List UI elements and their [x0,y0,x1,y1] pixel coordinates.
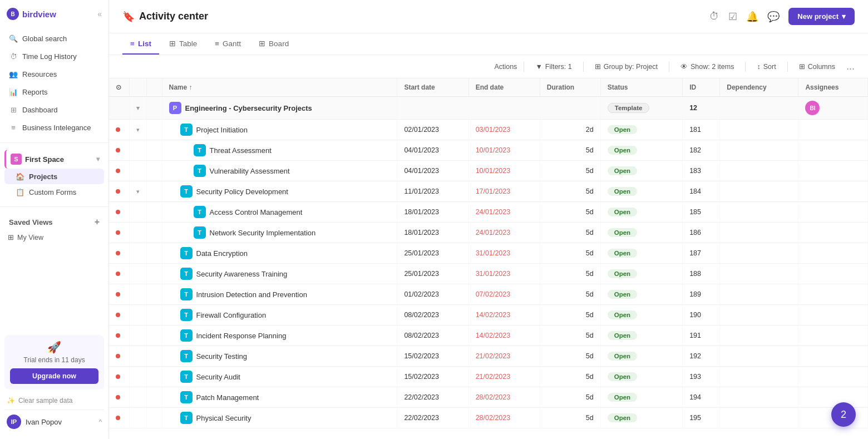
chat-icon-button[interactable]: 💬 [767,11,780,23]
collapse-sidebar-button[interactable]: « [97,9,102,18]
col-dependency[interactable]: Dependency [720,78,798,97]
sidebar-item-reports[interactable]: 📊 Reports [4,83,104,100]
row-expand-cell [146,161,162,181]
user-avatar: IP [7,415,21,429]
row-end-date: 17/01/2023 [468,181,540,202]
sidebar-item-resources[interactable]: 👥 Resources [4,66,104,82]
status-dot [116,189,120,194]
sort-button[interactable]: ↕ Sort [752,60,780,73]
first-space-header[interactable]: S First Space ▾ [4,150,104,169]
bookmark-icon: 🔖 [122,11,135,23]
group-assignees: BI [798,97,868,120]
sidebar-item-business[interactable]: ≡ Business Intelegance [4,119,104,136]
tasks-table-scroll[interactable]: ⊙ Name ↑ Start date End date Duration St… [109,78,868,439]
sidebar-item-time-log[interactable]: ⏱ Time Log History [4,48,104,65]
chat-fab-button[interactable]: 2 [831,402,856,427]
row-end-date: 21/02/2023 [468,346,540,367]
users-icon: 👥 [9,70,18,78]
tab-board[interactable]: ⊞ Board [251,33,297,55]
tab-gantt[interactable]: ≡ Gantt [207,34,249,55]
saved-views-header[interactable]: Saved Views + [4,214,104,230]
group-row: ▾ P Engineering - Cybersecurity Projects… [109,97,868,120]
col-name[interactable]: Name ↑ [162,78,397,97]
sidebar-item-projects[interactable]: 🏠 Projects [4,169,104,184]
row-start-date: 04/01/2023 [397,140,468,161]
status-badge: Open [608,352,637,361]
sidebar-item-custom-forms[interactable]: 📋 Custom Forms [4,184,104,200]
logo-text: birdview [22,9,56,19]
list-tab-icon: ≡ [130,40,135,48]
saved-view-my-view[interactable]: ⊞ My View [4,230,104,244]
collapse-icon[interactable]: ▾ [136,188,140,195]
columns-button[interactable]: ⊞ Columns [795,60,840,73]
table-row: ▾ T Project Initiation 02/01/202303/01/2… [109,120,868,140]
sidebar-item-dashboard[interactable]: ⊞ Dashboard [4,101,104,118]
row-duration: 5d [540,140,600,161]
task-icon: T [194,165,206,177]
col-id[interactable]: ID [683,78,720,97]
tab-table[interactable]: ⊞ Table [161,33,205,55]
status-badge: Open [608,208,637,216]
more-options-button[interactable]: ... [846,61,855,72]
bell-icon-button[interactable]: 🔔 [746,11,758,23]
row-collapse-cell[interactable]: ▾ [129,181,146,202]
col-duration[interactable]: Duration [540,78,600,97]
user-menu-chevron[interactable]: ^ [99,418,102,425]
actions-button[interactable]: Actions [494,63,517,71]
row-name-cell: T Patch Management [162,387,397,408]
row-name-cell: T Security Testing [162,346,397,367]
task-name: Security Audit [196,373,241,381]
task-name: Incident Response Planning [196,332,287,340]
saved-views-label: Saved Views [9,218,53,226]
row-status: Open [600,202,682,223]
col-status[interactable]: Status [600,78,682,97]
task-icon: T [194,206,206,218]
row-id: 191 [683,325,720,346]
birdview-logo-icon: B [7,8,19,20]
sidebar: B birdview « 🔍 Global search ⏱ Time Log … [0,0,109,439]
row-expand-cell [146,284,162,305]
row-id: 193 [683,367,720,387]
row-expand-cell [146,387,162,408]
collapse-icon[interactable]: ▾ [136,126,140,133]
row-dot-cell [109,284,129,305]
col-assignees[interactable]: Assignees [798,78,868,97]
sidebar-item-label: Dashboard [22,106,58,114]
row-end-date: 31/01/2023 [468,264,540,284]
tab-list[interactable]: ≡ List [122,34,159,55]
upgrade-button[interactable]: Upgrade now [10,368,98,384]
row-assignees [798,346,868,367]
checkbox-all-icon[interactable]: ⊙ [116,83,121,91]
row-dependency [720,243,798,264]
group-collapse[interactable]: ▾ [129,97,146,120]
search-icon: 🔍 [9,34,18,43]
group-by-button[interactable]: ⊞ Group by: Project [590,60,662,73]
filters-button[interactable]: ▼ Filters: 1 [531,60,576,73]
page-title: Activity center [139,11,208,22]
timer-icon-button[interactable]: ⏱ [709,11,719,22]
clear-sample-button[interactable]: ✨ Clear sample data [4,394,104,407]
row-expand-cell [146,140,162,161]
status-dot [116,374,120,379]
table-row: T Threat Assessment 04/01/202310/01/2023… [109,140,868,161]
sidebar-item-label: Time Log History [22,52,77,61]
topbar: 🔖 Activity center ⏱ ☑ 🔔 💬 New project ▾ [109,0,868,33]
sidebar-item-global-search[interactable]: 🔍 Global search [4,30,104,47]
task-icon: T [194,226,206,239]
col-start-date[interactable]: Start date [397,78,468,97]
logo-bar: B birdview « [0,0,108,28]
show-items-button[interactable]: 👁 Show: 2 items [676,60,739,73]
topbar-actions: ⏱ ☑ 🔔 💬 New project ▾ [709,8,855,25]
col-end-date[interactable]: End date [468,78,540,97]
group-status: Template [600,97,682,120]
new-project-button[interactable]: New project ▾ [788,8,855,25]
add-saved-view-button[interactable]: + [95,217,100,227]
saved-views-section: Saved Views + ⊞ My View [0,211,108,246]
table-row: T Access Control Management 18/01/202324… [109,202,868,223]
row-expand-cell [146,305,162,325]
group-id: 12 [683,97,720,120]
status-badge: Open [608,310,637,319]
row-collapse-cell[interactable]: ▾ [129,120,146,140]
sidebar-divider-2 [0,206,108,207]
checklist-icon-button[interactable]: ☑ [728,11,737,23]
